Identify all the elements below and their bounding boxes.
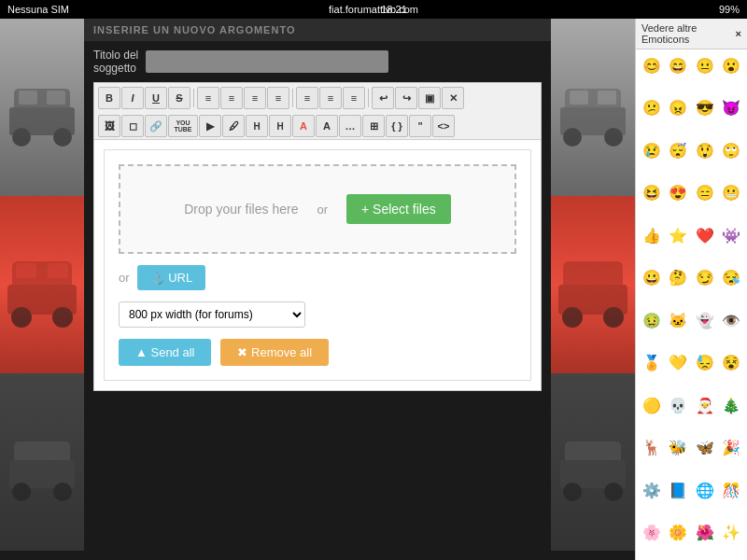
subject-input[interactable] xyxy=(146,50,388,73)
emoji-cell[interactable]: 👾 xyxy=(719,223,743,247)
remove-all-label: ✖ Remove all xyxy=(237,345,312,359)
more-btn[interactable]: … xyxy=(339,115,361,137)
emoji-cell[interactable]: ❤️ xyxy=(693,223,717,247)
select-files-button[interactable]: + Select files xyxy=(346,194,451,224)
car-photo-dark-left xyxy=(0,373,84,551)
svg-rect-4 xyxy=(19,91,37,105)
emoji-cell[interactable]: 😵 xyxy=(719,351,743,375)
format-btn[interactable]: ▣ xyxy=(418,87,441,109)
list-ol-btn[interactable]: ≡ xyxy=(296,87,318,109)
emoji-cell[interactable]: 🌐 xyxy=(693,478,717,502)
emoji-cell[interactable]: 🐝 xyxy=(666,436,690,460)
width-select[interactable]: 800 px width (for forums) 640 px width 1… xyxy=(119,301,305,328)
emoji-cell[interactable]: 😄 xyxy=(666,53,690,77)
emoji-cell[interactable]: 🦌 xyxy=(640,436,664,460)
emoji-cell[interactable]: ✨ xyxy=(719,521,743,545)
drop-zone-or: or xyxy=(317,203,328,217)
emoji-cell[interactable]: 😪 xyxy=(719,266,743,290)
align-justify-btn[interactable]: ≡ xyxy=(267,87,289,109)
emoji-cell[interactable]: 🎅 xyxy=(693,393,717,417)
link-btn[interactable]: 🔗 xyxy=(145,115,167,137)
emoji-cell[interactable]: 🐱 xyxy=(666,308,690,332)
table-btn[interactable]: ⊞ xyxy=(362,115,385,137)
italic-btn[interactable]: I xyxy=(121,87,144,109)
underline-btn[interactable]: U xyxy=(145,87,167,109)
sep3 xyxy=(368,89,369,107)
emoji-cell[interactable]: 👁️ xyxy=(719,308,743,332)
strikethrough-btn[interactable]: S xyxy=(168,87,190,109)
emoji-cell[interactable]: 😓 xyxy=(693,351,717,375)
emoji-cell[interactable]: 😊 xyxy=(640,53,664,77)
h2-btn[interactable]: H xyxy=(269,115,291,137)
emoji-cell[interactable]: 😐 xyxy=(693,53,717,77)
drop-zone[interactable]: Drop your files here or + Select files xyxy=(119,164,516,254)
svg-point-28 xyxy=(563,483,582,501)
emoticons-close[interactable]: × xyxy=(736,28,741,39)
emoji-cell[interactable]: 🤔 xyxy=(666,266,690,290)
emoji-cell[interactable]: 🟡 xyxy=(640,393,664,417)
code-btn[interactable]: { } xyxy=(386,115,408,137)
emoji-cell[interactable]: 💛 xyxy=(666,351,690,375)
emoji-cell[interactable]: 👻 xyxy=(693,308,717,332)
emoji-cell[interactable]: 🌼 xyxy=(666,521,690,545)
emoji-cell[interactable]: 🎉 xyxy=(719,436,743,460)
emoji-cell[interactable]: 🌸 xyxy=(640,521,664,545)
url-button[interactable]: ⚓ URL xyxy=(137,265,206,290)
quote-btn[interactable]: " xyxy=(409,115,431,137)
emoji-cell[interactable]: 😑 xyxy=(693,181,717,205)
bold-btn[interactable]: B xyxy=(98,87,120,109)
emoji-cell[interactable]: 🌺 xyxy=(693,521,717,545)
list-ul-btn[interactable]: ≡ xyxy=(319,87,342,109)
emoji-cell[interactable]: 😈 xyxy=(719,96,743,120)
emoji-cell[interactable]: 🙄 xyxy=(719,138,743,162)
font-btn[interactable]: A xyxy=(292,115,315,137)
toolbar-row1: B I U S ≡ ≡ ≡ ≡ ≡ ≡ ≡ ↩ ↪ ▣ ✕ xyxy=(93,82,542,113)
youtube-btn[interactable]: YOUTUBE xyxy=(168,115,198,137)
emoji-cell[interactable]: 🎊 xyxy=(719,478,743,502)
media-btn[interactable]: ▶ xyxy=(199,115,221,137)
svg-rect-10 xyxy=(16,263,36,278)
emoji-cell[interactable]: 😬 xyxy=(719,181,743,205)
h1-btn[interactable]: H xyxy=(246,115,268,137)
emoji-cell[interactable]: 😴 xyxy=(666,138,690,162)
indent-btn[interactable]: ≡ xyxy=(343,87,365,109)
align-right-btn[interactable]: ≡ xyxy=(244,87,266,109)
undo-btn[interactable]: ↩ xyxy=(372,87,394,109)
emoji-cell[interactable]: ⭐ xyxy=(666,223,690,247)
svg-rect-5 xyxy=(47,91,65,105)
align-left-btn[interactable]: ≡ xyxy=(197,87,219,109)
emoticons-grid: 😊😄😐😮😕😠😎😈😢😴😲🙄😆😍😑😬👍⭐❤️👾😀🤔😏😪🤢🐱👻👁️🏅💛😓😵🟡💀🎅🎄🦌🐝… xyxy=(636,49,747,560)
emoji-cell[interactable]: 😲 xyxy=(693,138,717,162)
emoji-cell[interactable]: 👍 xyxy=(640,223,664,247)
emoji-cell[interactable]: 🤢 xyxy=(640,308,664,332)
emoji-cell[interactable]: 🦋 xyxy=(693,436,717,460)
redo-btn[interactable]: ↪ xyxy=(395,87,417,109)
clear-btn[interactable]: ✕ xyxy=(442,87,464,109)
upload-widget: Drop your files here or + Select files o… xyxy=(104,149,531,381)
emoji-cell[interactable]: 😠 xyxy=(666,96,690,120)
emoji-cell[interactable]: 😕 xyxy=(640,96,664,120)
emoji-cell[interactable]: 😮 xyxy=(719,53,743,77)
emoji-cell[interactable]: 🏅 xyxy=(640,351,664,375)
emoji-cell[interactable]: 💀 xyxy=(666,393,690,417)
emoji-cell[interactable]: 😏 xyxy=(693,266,717,290)
gallery-btn[interactable]: ◻ xyxy=(121,115,144,137)
emoji-cell[interactable]: 🎄 xyxy=(719,393,743,417)
svg-point-2 xyxy=(12,128,31,147)
emoji-cell[interactable]: ⚙️ xyxy=(640,478,664,502)
font-size-btn[interactable]: A xyxy=(316,115,338,137)
emoji-cell[interactable]: 😍 xyxy=(666,181,690,205)
emoji-cell[interactable]: 😀 xyxy=(640,266,664,290)
html-btn[interactable]: <> xyxy=(432,115,455,137)
emoji-cell[interactable]: 😎 xyxy=(693,96,717,120)
emoji-cell[interactable]: 😢 xyxy=(640,138,664,162)
paint-btn[interactable]: 🖊 xyxy=(222,115,245,137)
emoji-cell[interactable]: 📘 xyxy=(666,478,690,502)
send-all-button[interactable]: ▲ Send all xyxy=(119,339,211,366)
remove-all-button[interactable]: ✖ Remove all xyxy=(220,339,329,366)
drop-zone-text: Drop your files here xyxy=(184,202,298,217)
emoji-cell[interactable]: 😆 xyxy=(640,181,664,205)
align-center-btn[interactable]: ≡ xyxy=(220,87,243,109)
editor-area: Drop your files here or + Select files o… xyxy=(93,139,542,391)
image-btn[interactable]: 🖼 xyxy=(98,115,120,137)
